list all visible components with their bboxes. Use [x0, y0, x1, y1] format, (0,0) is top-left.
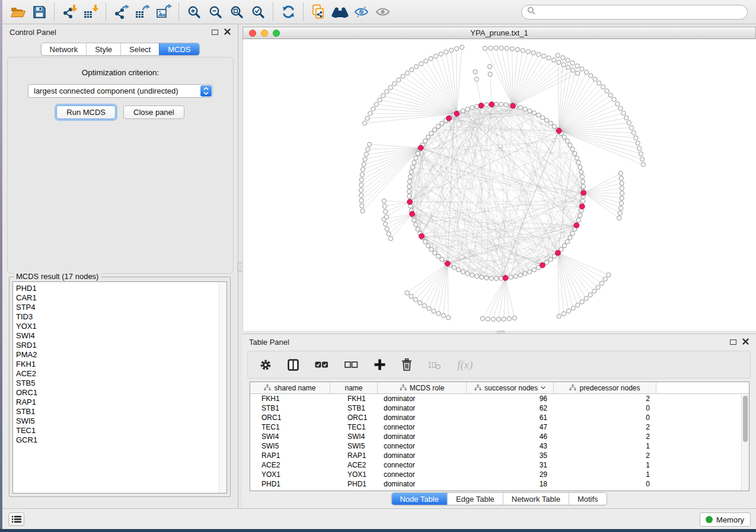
- mcds-result-item[interactable]: STB5: [16, 379, 218, 388]
- cell-successor-nodes[interactable]: 96: [467, 394, 554, 403]
- cell-successor-nodes[interactable]: 47: [467, 422, 554, 432]
- column-header-mcds-role[interactable]: MCDS role: [378, 382, 467, 393]
- cell-successor-nodes[interactable]: 61: [467, 413, 554, 422]
- network-window-titlebar[interactable]: YPA_prune.txt_1: [243, 27, 756, 39]
- criterion-dropdown[interactable]: largest connected component (undirected): [28, 84, 213, 98]
- cell-predecessor-nodes[interactable]: 2: [554, 432, 656, 441]
- cell-shared-name[interactable]: STB1: [250, 403, 330, 413]
- cell-successor-nodes[interactable]: 31: [467, 460, 554, 470]
- clone-network-icon[interactable]: [308, 2, 329, 21]
- cell-successor-nodes[interactable]: 62: [467, 403, 554, 413]
- mcds-result-item[interactable]: TEC1: [16, 426, 218, 435]
- tab-select[interactable]: Select: [120, 43, 159, 55]
- tab-edge-table[interactable]: Edge Table: [447, 493, 503, 505]
- cell-shared-name[interactable]: YOX1: [250, 470, 330, 479]
- search-input[interactable]: [539, 6, 747, 18]
- mcds-result-item[interactable]: ORC1: [16, 388, 218, 398]
- cell-name[interactable]: FKH1: [330, 394, 378, 403]
- table-scrollbar-thumb[interactable]: [743, 396, 748, 442]
- cell-predecessor-nodes[interactable]: 0: [554, 479, 656, 489]
- cell-predecessor-nodes[interactable]: 2: [554, 394, 656, 403]
- column-header-shared-name[interactable]: shared name: [250, 382, 330, 393]
- mcds-result-item[interactable]: YOX1: [16, 322, 218, 331]
- cell-successor-nodes[interactable]: 18: [467, 479, 554, 489]
- network-canvas[interactable]: [243, 39, 756, 331]
- cell-mcds-role[interactable]: dominator: [378, 479, 467, 489]
- table-settings-gear-icon[interactable]: [260, 359, 272, 371]
- delete-column-trash-icon[interactable]: [401, 358, 412, 371]
- mcds-list-scrollbar[interactable]: [219, 282, 227, 493]
- cell-predecessor-nodes[interactable]: 1: [554, 460, 656, 470]
- show-columns-icon[interactable]: [288, 359, 299, 371]
- tab-motifs[interactable]: Motifs: [569, 493, 607, 505]
- cell-name[interactable]: PHD1: [330, 479, 378, 489]
- cell-shared-name[interactable]: ORC1: [250, 413, 330, 422]
- table-row[interactable]: STB1STB1dominator620: [250, 403, 749, 413]
- cell-mcds-role[interactable]: dominator: [378, 432, 467, 441]
- cell-predecessor-nodes[interactable]: 2: [554, 451, 656, 460]
- table-row[interactable]: FKH1FKH1dominator962: [250, 394, 749, 403]
- cell-name[interactable]: ORC1: [330, 413, 378, 422]
- cell-mcds-role[interactable]: dominator: [378, 403, 467, 413]
- cell-name[interactable]: ACE2: [330, 460, 378, 470]
- export-table-icon[interactable]: [132, 2, 153, 21]
- run-mcds-button[interactable]: Run MCDS: [56, 105, 116, 119]
- refresh-view-icon[interactable]: [277, 2, 299, 21]
- export-network-icon[interactable]: [110, 2, 132, 21]
- cell-shared-name[interactable]: RAP1: [250, 451, 330, 460]
- column-header-name[interactable]: name: [330, 382, 378, 393]
- cell-successor-nodes[interactable]: 43: [467, 441, 554, 451]
- save-session-icon[interactable]: [28, 2, 50, 21]
- table-row[interactable]: TEC1TEC1connector472: [250, 422, 749, 432]
- mcds-result-item[interactable]: PHD1: [16, 284, 218, 293]
- cell-predecessor-nodes[interactable]: 1: [554, 470, 656, 479]
- table-scrollbar[interactable]: [741, 395, 749, 491]
- mcds-result-item[interactable]: FKH1: [16, 360, 218, 369]
- hide-selected-eye-slash-icon[interactable]: [350, 2, 372, 21]
- cell-shared-name[interactable]: TEC1: [250, 422, 330, 432]
- tab-style[interactable]: Style: [86, 43, 120, 55]
- export-image-icon[interactable]: [153, 2, 174, 21]
- cell-mcds-role[interactable]: dominator: [378, 413, 467, 422]
- select-all-icon[interactable]: [315, 360, 328, 369]
- cell-name[interactable]: RAP1: [330, 451, 378, 460]
- tab-network-table[interactable]: Network Table: [503, 493, 569, 505]
- mcds-result-item[interactable]: SWI4: [16, 331, 218, 341]
- cell-predecessor-nodes[interactable]: 0: [554, 403, 656, 413]
- mcds-result-item[interactable]: ACE2: [16, 369, 218, 379]
- add-column-plus-icon[interactable]: [374, 359, 385, 370]
- deselect-all-icon[interactable]: [344, 360, 358, 369]
- float-table-panel-icon[interactable]: [730, 339, 736, 345]
- close-table-panel-icon[interactable]: [742, 338, 749, 347]
- cell-shared-name[interactable]: FKH1: [250, 394, 330, 403]
- cell-name[interactable]: SWI5: [330, 441, 378, 451]
- mcds-result-item[interactable]: TID3: [16, 312, 218, 322]
- mcds-result-item[interactable]: CAR1: [16, 293, 218, 303]
- mcds-result-item[interactable]: SRD1: [16, 341, 218, 350]
- cell-shared-name[interactable]: ACE2: [250, 460, 330, 470]
- zoom-selected-icon[interactable]: [247, 2, 269, 21]
- cell-successor-nodes[interactable]: 46: [467, 432, 554, 441]
- cell-successor-nodes[interactable]: 35: [467, 451, 554, 460]
- cell-mcds-role[interactable]: connector: [378, 470, 467, 479]
- cell-successor-nodes[interactable]: 29: [467, 470, 554, 479]
- table-row[interactable]: RAP1RAP1dominator352: [250, 451, 749, 460]
- task-history-button[interactable]: [8, 512, 24, 526]
- search-field[interactable]: [521, 5, 748, 20]
- cell-mcds-role[interactable]: connector: [378, 422, 467, 432]
- mcds-result-item[interactable]: STP4: [16, 303, 218, 312]
- tab-node-table[interactable]: Node Table: [391, 493, 447, 505]
- import-network-icon[interactable]: [59, 2, 80, 21]
- open-session-icon[interactable]: [7, 2, 28, 21]
- zoom-fit-icon[interactable]: [226, 2, 247, 21]
- table-row[interactable]: ACE2ACE2connector311: [250, 460, 749, 470]
- mcds-result-item[interactable]: PMA2: [16, 350, 218, 360]
- table-row[interactable]: SWI5SWI5connector431: [250, 441, 749, 451]
- close-panel-button[interactable]: Close panel: [123, 105, 184, 119]
- cell-mcds-role[interactable]: dominator: [378, 451, 467, 460]
- cell-name[interactable]: STB1: [330, 403, 378, 413]
- cell-predecessor-nodes[interactable]: 2: [554, 422, 656, 432]
- close-panel-icon[interactable]: [224, 28, 231, 37]
- cell-name[interactable]: YOX1: [330, 470, 378, 479]
- mcds-result-item[interactable]: STB1: [16, 407, 218, 416]
